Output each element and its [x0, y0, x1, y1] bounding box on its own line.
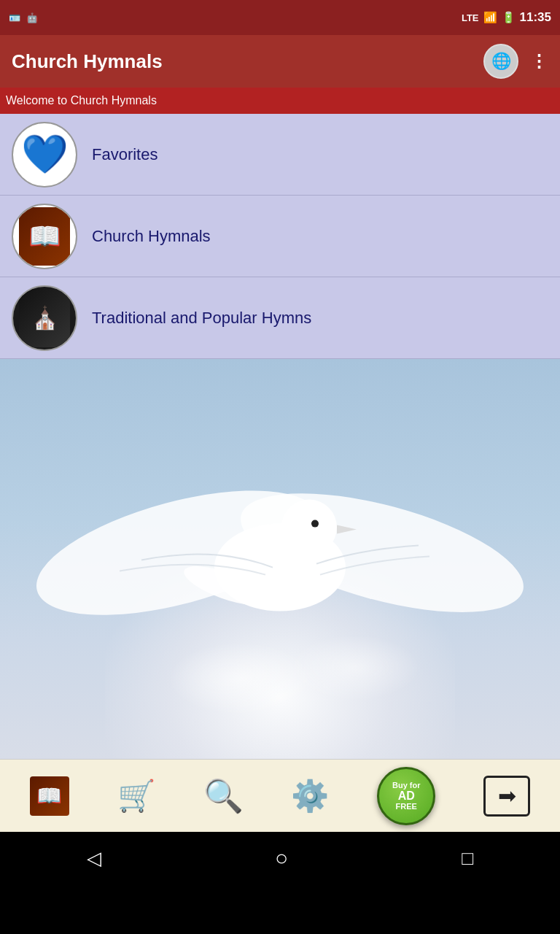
avatar-image: 🌐 [491, 52, 511, 71]
settings-gear-icon: ⚙️ [291, 778, 329, 814]
heart-icon: 💙 [21, 132, 69, 177]
church-hymnal-book-icon [19, 207, 70, 266]
buy-text-bot: FREE [396, 802, 417, 811]
buy-text-mid: AD [398, 790, 415, 802]
svg-point-5 [311, 520, 319, 528]
toolbar-book-button[interactable]: 📖 [24, 771, 75, 822]
exit-icon: ➡ [483, 776, 530, 817]
android-nav-bar: ◁ ○ □ [0, 832, 560, 884]
more-options-icon[interactable]: ⋮ [530, 51, 548, 72]
clock: 11:35 [520, 10, 551, 25]
welcome-text: Welcome to Church Hymnals [6, 94, 157, 107]
toolbar-settings-button[interactable]: ⚙️ [285, 772, 335, 819]
menu-item-favorites[interactable]: 💙 Favorites [0, 114, 560, 196]
menu-item-traditional-hymns[interactable]: ⛪ Traditional and Popular Hymns [0, 277, 560, 359]
toolbar-exit-button[interactable]: ➡ [478, 770, 536, 822]
traditional-hymns-label: Traditional and Popular Hymns [92, 309, 311, 328]
status-bar: 🪪 🤖 LTE 📶 🔋 11:35 [0, 0, 560, 35]
avatar[interactable]: 🌐 [483, 44, 518, 79]
recents-button[interactable]: □ [462, 847, 473, 870]
signal-icon: LTE [462, 12, 479, 23]
hymn-image-area [0, 359, 560, 759]
cart-icon: 🛒 [117, 778, 155, 814]
app-bar-actions: 🌐 ⋮ [483, 44, 548, 79]
android-icon: 🤖 [26, 12, 38, 23]
church-hymnals-icon-wrap [12, 204, 77, 269]
bottom-toolbar: 📖 🛒 🔍 ⚙️ Buy for AD FREE ➡ [0, 759, 560, 832]
church-hymnals-label: Church Hymnals [92, 227, 211, 246]
battery-icon: 🔋 [502, 11, 516, 24]
menu-item-church-hymnals[interactable]: Church Hymnals [0, 196, 560, 277]
buy-adfree-circle[interactable]: Buy for AD FREE [377, 767, 435, 825]
app-title: Church Hymnals [12, 50, 163, 73]
toolbar-buy-adfree-button[interactable]: Buy for AD FREE [371, 761, 441, 831]
search-icon: 🔍 [203, 777, 244, 815]
dove-image [32, 400, 528, 706]
sim-card-icon: 🪪 [9, 12, 20, 23]
toolbar-book-icon: 📖 [30, 776, 69, 816]
back-button[interactable]: ◁ [87, 847, 101, 870]
svg-point-3 [281, 500, 337, 555]
favorites-icon-wrap: 💙 [12, 122, 77, 188]
toolbar-search-button[interactable]: 🔍 [198, 771, 249, 821]
signal-bars-icon: 📶 [483, 11, 497, 24]
toolbar-cart-button[interactable]: 🛒 [112, 772, 161, 819]
home-button[interactable]: ○ [275, 846, 288, 871]
menu-list: 💙 Favorites Church Hymnals ⛪ Traditional… [0, 114, 560, 359]
buy-text-top: Buy for [392, 781, 421, 790]
welcome-banner: Welcome to Church Hymnals [0, 88, 560, 114]
status-bar-right: LTE 📶 🔋 11:35 [462, 10, 551, 25]
traditional-hymns-icon-wrap: ⛪ [12, 285, 77, 351]
favorites-label: Favorites [92, 145, 158, 164]
traditional-hymnal-book-icon: ⛪ [19, 289, 70, 347]
status-bar-left: 🪪 🤖 [9, 12, 38, 23]
app-bar: Church Hymnals 🌐 ⋮ [0, 35, 560, 88]
